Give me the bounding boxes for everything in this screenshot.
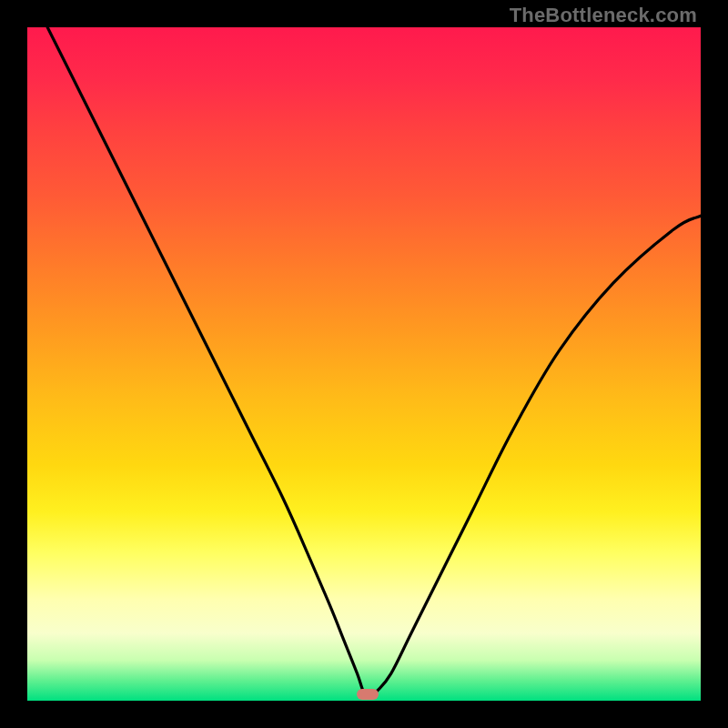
bottleneck-curve	[27, 27, 701, 701]
plot-area	[27, 27, 701, 701]
watermark-text: TheBottleneck.com	[510, 4, 697, 27]
chart-frame: TheBottleneck.com	[0, 0, 728, 728]
optimal-point-marker	[357, 689, 379, 700]
